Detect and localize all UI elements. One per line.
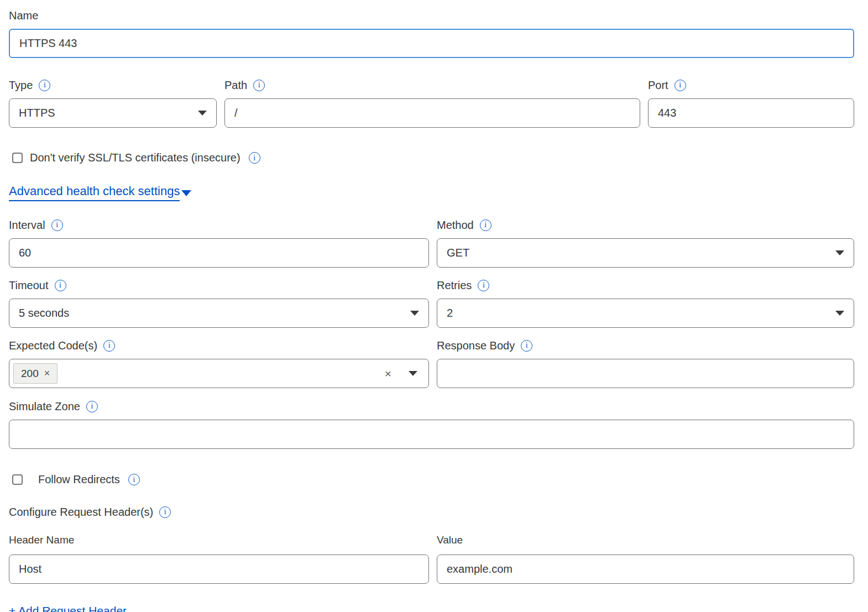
request-headers-section-label: Configure Request Header(s) i <box>9 505 854 519</box>
info-icon[interactable]: i <box>86 401 98 412</box>
name-label-text: Name <box>9 9 38 22</box>
expected-code-tag-value: 200 <box>21 368 39 380</box>
header-value-input[interactable] <box>437 555 854 584</box>
header-value-label: Value <box>437 533 854 547</box>
type-field: Type i HTTPS <box>9 79 217 128</box>
chevron-down-icon[interactable] <box>409 371 417 376</box>
expected-code-tag: 200 × <box>13 363 57 384</box>
ssl-verify-label: Don't verify SSL/TLS certificates (insec… <box>30 151 240 164</box>
remove-tag-icon[interactable]: × <box>44 368 50 379</box>
info-icon[interactable]: i <box>480 219 491 231</box>
info-icon[interactable]: i <box>159 506 171 518</box>
interval-label: Interval i <box>9 218 429 232</box>
path-field: Path i <box>224 79 640 128</box>
path-label: Path i <box>224 79 640 92</box>
interval-input[interactable] <box>9 238 429 268</box>
advanced-settings-link-text: Advanced health check settings <box>9 184 180 201</box>
info-icon[interactable]: i <box>128 474 140 485</box>
request-headers-section-text: Configure Request Header(s) <box>9 505 153 519</box>
name-field: Name <box>9 9 854 58</box>
expected-codes-label-text: Expected Code(s) <box>9 339 97 352</box>
timeout-select-value: 5 seconds <box>19 307 69 320</box>
type-path-port-row: Type i HTTPS Path i Port i <box>9 79 854 128</box>
type-label: Type i <box>9 79 217 92</box>
port-label: Port i <box>648 79 854 92</box>
chevron-down-icon <box>835 250 844 255</box>
info-icon[interactable]: i <box>478 280 489 291</box>
info-icon[interactable]: i <box>55 280 66 291</box>
follow-redirects-row: Follow Redirects i <box>9 473 854 486</box>
timeout-label: Timeout i <box>9 279 429 292</box>
header-value-field: Value <box>437 533 854 584</box>
chevron-down-icon <box>198 111 207 116</box>
port-field: Port i <box>648 79 854 128</box>
path-label-text: Path <box>224 79 247 92</box>
retries-label-text: Retries <box>437 279 472 292</box>
type-label-text: Type <box>9 79 33 92</box>
chevron-down-icon <box>410 311 419 316</box>
chevron-down-icon <box>181 190 191 196</box>
header-name-field: Header Name <box>9 533 429 584</box>
info-icon[interactable]: i <box>521 340 532 352</box>
name-label: Name <box>9 9 854 22</box>
info-icon[interactable]: i <box>253 80 265 91</box>
follow-redirects-label: Follow Redirects <box>38 473 120 486</box>
response-body-label-text: Response Body <box>437 339 515 352</box>
health-check-form: Name Type i HTTPS Path i Port i <box>9 0 854 612</box>
header-value-label-text: Value <box>437 533 463 547</box>
timeout-field: Timeout i 5 seconds <box>9 279 429 328</box>
retries-field: Retries i 2 <box>437 279 854 328</box>
info-icon[interactable]: i <box>249 152 260 164</box>
clear-icon[interactable]: × <box>385 368 391 379</box>
header-name-input[interactable] <box>9 555 429 584</box>
info-icon[interactable]: i <box>103 340 115 352</box>
timeout-label-text: Timeout <box>9 279 49 292</box>
retries-label: Retries i <box>437 279 854 292</box>
expected-codes-field: Expected Code(s) i 200 × × <box>9 339 429 388</box>
method-field: Method i GET <box>437 218 854 268</box>
port-input[interactable] <box>648 98 854 128</box>
add-request-header-link-text: + Add Request Header <box>9 604 127 612</box>
multiselect-controls: × <box>385 368 417 379</box>
simulate-zone-label: Simulate Zone i <box>9 400 854 413</box>
method-label: Method i <box>437 218 854 232</box>
interval-field: Interval i <box>9 218 429 268</box>
retries-select[interactable]: 2 <box>437 299 854 328</box>
advanced-settings-link[interactable]: Advanced health check settings <box>9 184 854 201</box>
path-input[interactable] <box>224 98 640 128</box>
follow-redirects-checkbox[interactable] <box>12 474 23 485</box>
ssl-verify-checkbox[interactable] <box>12 153 23 163</box>
simulate-zone-label-text: Simulate Zone <box>9 400 80 413</box>
port-label-text: Port <box>648 79 668 92</box>
timeout-select[interactable]: 5 seconds <box>9 299 429 328</box>
interval-label-text: Interval <box>9 218 45 232</box>
info-icon[interactable]: i <box>39 80 50 91</box>
response-body-field: Response Body i <box>437 339 854 388</box>
chevron-down-icon <box>835 311 844 316</box>
ssl-verify-row: Don't verify SSL/TLS certificates (insec… <box>9 151 854 164</box>
header-name-label: Header Name <box>9 533 429 547</box>
header-name-label-text: Header Name <box>9 533 74 547</box>
expected-codes-select[interactable]: 200 × × <box>9 359 429 388</box>
request-header-row: Header Name Value <box>9 533 854 584</box>
response-body-input[interactable] <box>437 359 854 388</box>
response-body-label: Response Body i <box>437 339 854 352</box>
method-select[interactable]: GET <box>437 238 854 268</box>
type-select[interactable]: HTTPS <box>9 98 217 128</box>
simulate-zone-input[interactable] <box>9 420 854 449</box>
method-select-value: GET <box>447 247 469 259</box>
expected-codes-label: Expected Code(s) i <box>9 339 429 352</box>
name-input[interactable] <box>9 29 854 58</box>
method-label-text: Method <box>437 218 474 232</box>
info-icon[interactable]: i <box>51 219 63 231</box>
add-request-header-link[interactable]: + Add Request Header <box>9 604 127 612</box>
info-icon[interactable]: i <box>674 80 686 91</box>
retries-select-value: 2 <box>447 307 453 320</box>
type-select-value: HTTPS <box>19 107 55 119</box>
advanced-settings-grid: Interval i Method i GET Timeout i 5 seco… <box>9 218 854 388</box>
simulate-zone-field: Simulate Zone i <box>9 400 854 449</box>
